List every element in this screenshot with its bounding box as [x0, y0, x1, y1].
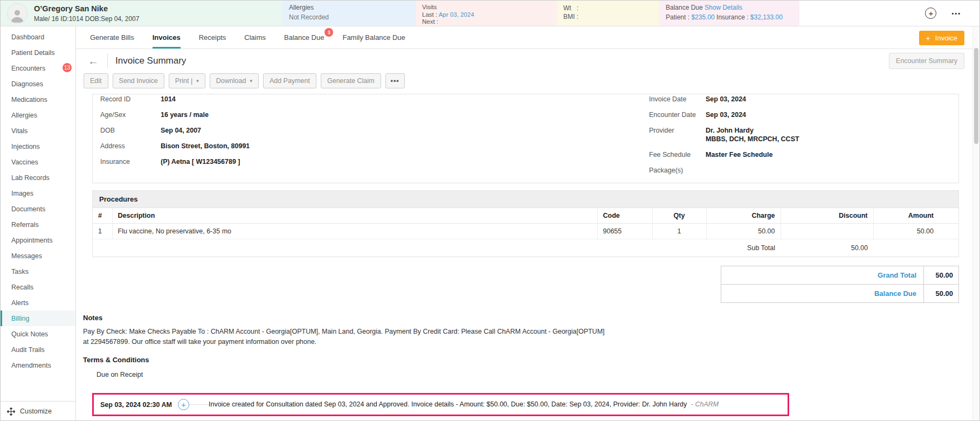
- sidebar-item-recalls[interactable]: Recalls: [1, 279, 75, 295]
- procedures-table: # Description Code Qty Charge Discount A…: [93, 208, 958, 257]
- grand-total-value: 50.00: [924, 266, 958, 284]
- encounters-count-badge: 13: [63, 63, 72, 72]
- add-circle-icon[interactable]: +: [925, 8, 936, 19]
- timeline-brand: - ChARM: [691, 401, 719, 408]
- more-options-icon[interactable]: •••: [951, 10, 961, 17]
- tab-invoices[interactable]: Invoices: [153, 26, 181, 49]
- balance-patient-value[interactable]: $235.00: [691, 13, 714, 21]
- terms-body: Due on Receipt: [96, 371, 959, 378]
- balance-due-total-value: 50.00: [924, 285, 958, 302]
- age-sex-value: 16 years / male: [161, 111, 209, 119]
- col-header-amount: Amount: [873, 208, 958, 224]
- sidebar-item-audit-trails[interactable]: Audit Trails: [1, 342, 75, 357]
- sidebar-item-patient-details[interactable]: Patient Details: [1, 45, 75, 60]
- subtotal-row: Sub Total 50.00: [93, 239, 958, 257]
- show-details-link[interactable]: Show Details: [705, 4, 742, 11]
- procedure-amount: 50.00: [873, 224, 958, 239]
- sidebar-item-dashboard[interactable]: Dashboard: [1, 29, 75, 45]
- print-button[interactable]: Print | ▾: [169, 73, 205, 88]
- allergies-value: Not Recorded: [289, 13, 409, 21]
- tab-family-balance-due[interactable]: Family Balance Due: [342, 26, 405, 49]
- sidebar-item-referrals[interactable]: Referrals: [1, 217, 75, 232]
- customize-button[interactable]: Customize: [1, 401, 75, 421]
- sidebar-item-vitals[interactable]: Vitals: [1, 123, 75, 139]
- visits-last-date-link[interactable]: Apr 03, 2024: [439, 11, 474, 18]
- timeline-timestamp: Sep 03, 2024 02:30 AM: [100, 401, 172, 409]
- balance-due-label: Balance Due: [666, 4, 703, 11]
- invoice-actions: Edit Send Invoice Print | ▾ Download ▾ A…: [76, 73, 979, 94]
- timeline-message: Invoice created for Consultation dated S…: [209, 400, 719, 409]
- sidebar-item-injections[interactable]: Injections: [1, 139, 75, 154]
- sidebar-list: Dashboard Patient Details Encounters 13 …: [1, 26, 75, 401]
- download-button[interactable]: Download ▾: [210, 73, 259, 88]
- visits-next-label: Next :: [422, 18, 550, 26]
- back-arrow-icon[interactable]: ←: [84, 55, 103, 67]
- invoice-date-label: Invoice Date: [649, 95, 706, 103]
- sidebar-item-allergies[interactable]: Allergies: [1, 107, 75, 123]
- provider-value: Dr. John Hardy MBBS, DCH, MRCPCH, CCST: [706, 126, 799, 143]
- sidebar-item-encounters[interactable]: Encounters 13: [1, 60, 75, 76]
- divider: [107, 54, 108, 68]
- sidebar-item-diagnoses[interactable]: Diagnoses: [1, 76, 75, 92]
- procedure-description: Flu vaccine, No preservative, 6-35 mo: [112, 224, 597, 239]
- age-sex-label: Age/Sex: [100, 111, 161, 119]
- scrollbar-thumb[interactable]: [974, 48, 978, 144]
- app-window: O’Gregory San Nike Male/ 16 ID:1014 DOB:…: [0, 0, 980, 421]
- vertical-scrollbar[interactable]: [972, 26, 979, 421]
- col-header-description: Description: [112, 208, 597, 224]
- sidebar-item-images[interactable]: Images: [1, 185, 75, 201]
- move-icon: [7, 408, 15, 416]
- visits-section: Visits Last : Apr 03, 2024 Next :: [416, 1, 557, 26]
- add-payment-button[interactable]: Add Payment: [263, 73, 316, 88]
- sidebar-item-medications[interactable]: Medications: [1, 92, 75, 107]
- timeline-highlight-box: Sep 03, 2024 02:30 AM + Invoice created …: [92, 393, 789, 416]
- fee-schedule-value: Master Fee Schedule: [706, 150, 772, 159]
- tab-claims[interactable]: Claims: [244, 26, 266, 49]
- caret-down-icon[interactable]: ▾: [196, 78, 199, 84]
- grand-total-label: Grand Total: [721, 266, 924, 284]
- record-id-label: Record ID: [100, 95, 161, 103]
- encounter-summary-button[interactable]: Encounter Summary: [889, 53, 964, 69]
- sidebar-item-alerts[interactable]: Alerts: [1, 295, 75, 310]
- invoice-date-value: Sep 03, 2024: [706, 95, 746, 103]
- sidebar-item-vaccines[interactable]: Vaccines: [1, 154, 75, 170]
- dob-label: DOB: [100, 126, 161, 135]
- sidebar-item-appointments[interactable]: Appointments: [1, 232, 75, 248]
- expand-plus-icon[interactable]: +: [178, 399, 189, 410]
- balance-due-tab-badge: $: [325, 28, 333, 37]
- allergies-label: Allergies: [289, 4, 409, 12]
- provider-label: Provider: [649, 126, 706, 143]
- generate-claim-button[interactable]: Generate Claim: [321, 73, 381, 88]
- tab-generate-bills[interactable]: Generate Bills: [90, 26, 134, 49]
- tab-balance-due[interactable]: Balance Due $: [284, 26, 324, 49]
- more-actions-button[interactable]: •••: [385, 73, 405, 88]
- sidebar-item-tasks[interactable]: Tasks: [1, 264, 75, 279]
- procedure-num: 1: [93, 224, 112, 239]
- subtotal-label: Sub Total: [652, 239, 781, 257]
- sidebar-item-amendments[interactable]: Amendments: [1, 357, 75, 373]
- sidebar-item-lab-records[interactable]: Lab Records: [1, 170, 75, 185]
- sidebar-item-quick-notes[interactable]: Quick Notes: [1, 326, 75, 342]
- sidebar-item-billing[interactable]: Billing: [1, 310, 75, 326]
- sidebar-item-documents[interactable]: Documents: [1, 201, 75, 217]
- timeline-connector: [189, 404, 209, 405]
- new-invoice-button[interactable]: + Invoice: [919, 31, 964, 45]
- person-icon: [9, 7, 25, 23]
- bmi-label: BMI :: [563, 12, 653, 21]
- caret-down-icon[interactable]: ▾: [250, 78, 252, 84]
- sidebar-item-messages[interactable]: Messages: [1, 248, 75, 264]
- page-header: ← Invoice Summary Encounter Summary: [76, 49, 979, 73]
- sidebar: Dashboard Patient Details Encounters 13 …: [1, 26, 76, 421]
- send-invoice-button[interactable]: Send Invoice: [113, 73, 164, 88]
- grand-total-row: Grand Total 50.00: [721, 266, 958, 285]
- address-value: Bison Street, Boston, 80991: [161, 142, 250, 150]
- balance-insurance-value[interactable]: $32,133.00: [750, 13, 783, 21]
- dob-value: Sep 04, 2007: [161, 126, 201, 135]
- notes-line2: at 2294567899. Our office staff will tak…: [83, 337, 959, 347]
- totals-box: Grand Total 50.00 Balance Due 50.00: [721, 266, 959, 303]
- main-panel: Generate Bills Invoices Receipts Claims …: [76, 26, 979, 421]
- address-label: Address: [100, 142, 161, 150]
- tab-receipts[interactable]: Receipts: [199, 26, 226, 49]
- edit-button[interactable]: Edit: [84, 73, 108, 88]
- col-header-qty: Qty: [652, 208, 706, 224]
